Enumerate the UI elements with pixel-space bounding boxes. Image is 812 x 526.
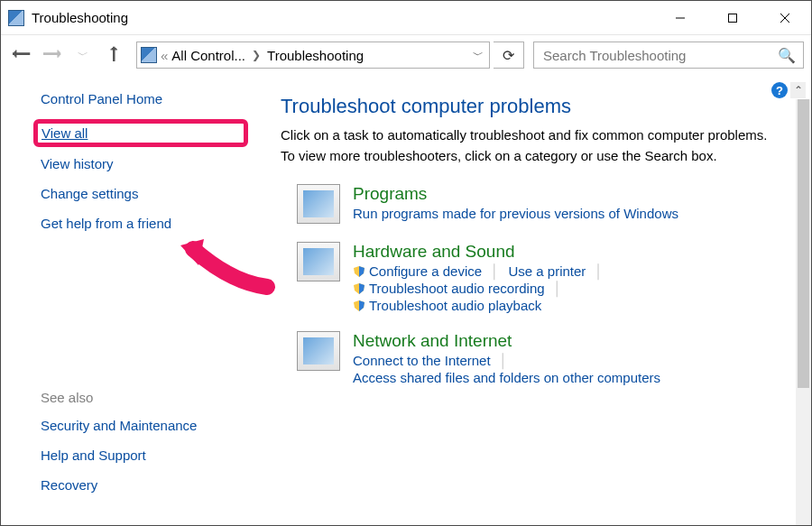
divider: │: [500, 353, 508, 368]
app-icon: [8, 10, 24, 26]
sidebar-link-view-history[interactable]: View history: [41, 156, 248, 171]
shield-icon: [353, 265, 365, 278]
category-title-programs[interactable]: Programs: [353, 184, 678, 204]
title-bar: Troubleshooting: [1, 1, 811, 35]
breadcrumb-current[interactable]: Troubleshooting: [267, 48, 364, 63]
see-also-label: See also: [41, 390, 248, 405]
sidebar-link-help-support[interactable]: Help and Support: [41, 448, 248, 463]
close-button[interactable]: [759, 1, 811, 35]
divider: │: [554, 281, 562, 296]
category-icon-network: [297, 331, 340, 371]
divider: │: [491, 263, 499, 279]
link-audio-playback[interactable]: Troubleshoot audio playback: [353, 298, 541, 313]
page-heading: Troubleshoot computer problems: [281, 95, 784, 118]
breadcrumb-parent[interactable]: All Control...: [171, 48, 245, 63]
divider: │: [595, 263, 603, 279]
link-configure-device[interactable]: Configure a device: [353, 263, 482, 279]
breadcrumb-sep-icon[interactable]: ❯: [252, 49, 261, 61]
help-icon[interactable]: ?: [771, 82, 788, 98]
scrollbar[interactable]: [796, 99, 811, 525]
category-hardware-sound: Hardware and Sound Configure a device │ …: [297, 242, 784, 313]
scrollbar-thumb[interactable]: [798, 99, 809, 388]
page-description: Click on a task to automatically trouble…: [281, 125, 784, 166]
sidebar-link-change-settings[interactable]: Change settings: [41, 186, 248, 201]
forward-button[interactable]: 🠖: [39, 42, 66, 69]
sidebar-link-recovery[interactable]: Recovery: [41, 477, 248, 493]
maximize-button[interactable]: [706, 1, 759, 35]
link-run-programs-compat[interactable]: Run programs made for previous versions …: [353, 206, 678, 221]
nav-row: 🠔 🠖 ﹀ 🠕 « All Control... ❯ Troubleshooti…: [1, 35, 811, 75]
sidebar: Control Panel Home View all View history…: [1, 75, 263, 525]
window-title: Troubleshooting: [32, 10, 128, 25]
category-title-network[interactable]: Network and Internet: [353, 331, 784, 351]
sidebar-link-get-help[interactable]: Get help from a friend: [41, 216, 248, 231]
search-box[interactable]: 🔍: [533, 42, 804, 69]
content-body: Control Panel Home View all View history…: [1, 75, 811, 525]
scroll-up-button[interactable]: ⌃: [790, 82, 806, 98]
refresh-button[interactable]: ⟳: [494, 42, 524, 69]
category-programs: Programs Run programs made for previous …: [297, 184, 784, 224]
shield-icon: [353, 282, 365, 295]
category-icon-hardware: [297, 242, 340, 281]
link-use-printer[interactable]: Use a printer: [508, 263, 586, 279]
annotation-highlight: View all: [33, 119, 248, 147]
link-connect-internet[interactable]: Connect to the Internet: [353, 353, 491, 368]
recent-dropdown[interactable]: ﹀: [69, 42, 97, 69]
link-audio-recording[interactable]: Troubleshoot audio recording: [353, 281, 545, 296]
main-content: ? ⌃ Troubleshoot computer problems Click…: [263, 75, 811, 525]
category-icon-programs: [297, 184, 340, 224]
sidebar-link-view-all[interactable]: View all: [42, 125, 226, 141]
address-bar[interactable]: « All Control... ❯ Troubleshooting ﹀: [136, 42, 490, 69]
back-button[interactable]: 🠔: [8, 42, 35, 69]
category-network: Network and Internet Connect to the Inte…: [297, 331, 784, 385]
sidebar-link-home[interactable]: Control Panel Home: [41, 91, 248, 106]
search-icon[interactable]: 🔍: [778, 47, 796, 64]
link-access-shared[interactable]: Access shared files and folders on other…: [353, 370, 660, 385]
up-button[interactable]: 🠕: [100, 42, 127, 69]
address-icon: [141, 47, 157, 63]
address-dropdown-icon[interactable]: ﹀: [473, 48, 484, 63]
svg-rect-1: [729, 14, 737, 22]
minimize-button[interactable]: [654, 1, 706, 35]
shield-icon: [353, 300, 365, 312]
address-overflow-icon[interactable]: «: [161, 48, 168, 63]
search-input[interactable]: [541, 47, 796, 64]
sidebar-link-security[interactable]: Security and Maintenance: [41, 418, 248, 433]
category-title-hardware[interactable]: Hardware and Sound: [353, 242, 784, 262]
